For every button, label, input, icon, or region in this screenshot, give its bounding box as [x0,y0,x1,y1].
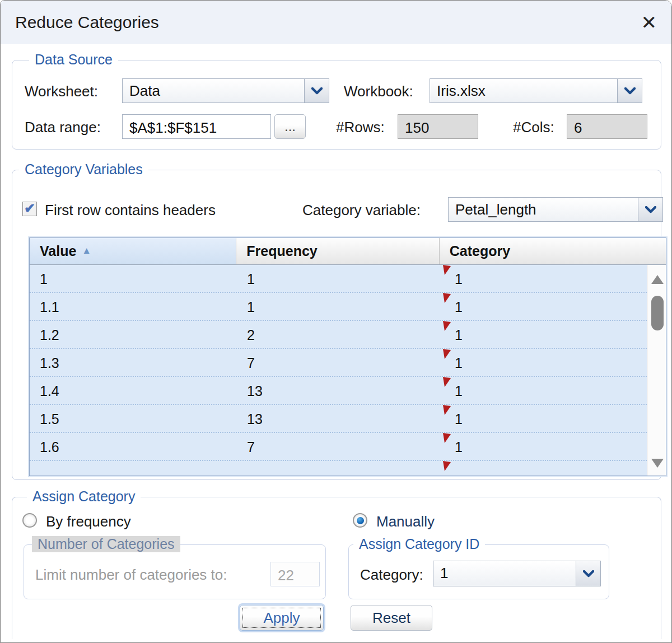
scrollbar-thumb[interactable] [651,296,664,330]
scrollbar-header-spacer [646,238,666,264]
column-header-frequency[interactable]: Frequency [236,238,439,264]
reset-button[interactable]: Reset [351,605,432,631]
value-cell [30,461,237,476]
assign-category-id-legend: Assign Category ID [353,536,485,552]
assign-category-id-group: Assign Category ID Category: 1 [348,544,609,599]
table-row-partial[interactable] [30,461,647,476]
workbook-label: Workbook: [344,83,413,100]
dialog-title: Reduce Categories [15,13,159,32]
category-variables-group: Category Variables ✔ First row contains … [12,170,661,480]
value-cell: 1.1 [30,293,237,320]
value-cell: 1.2 [30,321,237,348]
frequency-cell: 13 [237,405,440,432]
category-variable-combobox[interactable]: Petal_length [448,197,663,222]
chevron-down-icon[interactable] [638,198,662,221]
table-row[interactable]: 1.2 2 1 [30,321,647,349]
value-cell: 1 [30,265,237,292]
category-value: 1 [455,299,463,315]
table-row[interactable]: 1.4 13 1 [30,377,647,405]
red-corner-marker-icon [442,433,451,444]
table-row[interactable]: 1 1 1 [30,265,647,293]
category-cell[interactable]: 1 [440,349,647,376]
first-row-headers-checkbox[interactable]: ✔ [22,202,37,216]
by-frequency-label[interactable]: By frequency [46,513,131,530]
column-header-value[interactable]: Value ▲ [30,238,236,264]
data-range-label: Data range: [25,119,101,136]
category-cell[interactable]: 1 [440,265,647,292]
workbook-value: Iris.xlsx [430,79,617,102]
worksheet-value: Data [123,79,304,102]
browse-button[interactable]: ... [274,114,306,139]
red-corner-marker-icon [442,461,451,472]
category-id-value: 1 [433,561,576,586]
frequency-header-label: Frequency [246,243,317,259]
value-header-label: Value [40,243,76,259]
category-cell[interactable]: 1 [440,405,647,432]
workbook-combobox[interactable]: Iris.xlsx [430,78,642,103]
red-corner-marker-icon [442,321,451,332]
category-value: 1 [455,383,463,399]
table-row[interactable]: 1.5 13 1 [30,405,647,433]
number-of-categories-legend: Number of Categories [32,536,180,552]
category-variable-value: Petal_length [449,198,638,221]
number-of-categories-group: Number of Categories Limit number of cat… [24,544,326,599]
frequency-cell: 7 [237,433,440,460]
data-source-legend: Data Source [29,52,118,68]
column-header-category[interactable]: Category [440,238,646,264]
limit-categories-input [270,562,320,586]
chevron-down-icon[interactable] [576,561,600,586]
data-range-input[interactable] [122,114,271,139]
frequency-table: Value ▲ Frequency Category 1 1 [29,237,666,476]
table-row[interactable]: 1.1 1 1 [30,293,647,321]
category-cell[interactable]: 1 [440,377,647,404]
assign-category-legend: Assign Category [27,488,141,505]
red-corner-marker-icon [442,293,451,304]
frequency-cell: 1 [237,293,440,320]
rows-label: #Rows: [336,119,385,136]
category-variable-label: Category variable: [302,202,421,219]
red-corner-marker-icon [442,349,451,360]
cols-label: #Cols: [513,119,554,136]
table-row[interactable]: 1.3 7 1 [30,349,647,377]
table-rows: 1 1 1 1.1 1 1 [30,265,647,476]
category-variables-legend: Category Variables [19,161,148,178]
value-cell: 1.4 [30,377,237,404]
table-row[interactable]: 1.6 7 1 [30,433,647,461]
first-row-headers-label[interactable]: First row contains headers [45,202,216,219]
category-id-label: Category: [360,566,423,584]
value-cell: 1.3 [30,349,237,376]
red-corner-marker-icon [442,377,451,388]
sort-ascending-icon: ▲ [82,245,91,257]
value-cell: 1.6 [30,433,237,460]
category-cell [440,461,647,476]
close-icon[interactable]: ✕ [641,13,657,32]
category-header-label: Category [450,243,510,259]
frequency-cell [237,461,440,476]
category-value: 1 [455,411,463,427]
reduce-categories-dialog: Reduce Categories ✕ Data Source Workshee… [0,0,672,643]
category-value: 1 [455,327,463,343]
manually-radio[interactable] [353,513,367,528]
by-frequency-radio[interactable] [22,513,37,528]
category-cell[interactable]: 1 [440,293,647,320]
titlebar: Reduce Categories ✕ [1,1,671,44]
category-cell[interactable]: 1 [440,433,647,460]
checkmark-icon: ✔ [24,202,35,215]
cols-count-field [567,114,647,139]
frequency-cell: 7 [237,349,440,376]
limit-categories-label: Limit number of categories to: [35,566,227,584]
worksheet-combobox[interactable]: Data [122,78,329,103]
category-cell[interactable]: 1 [440,321,647,348]
scroll-up-icon[interactable] [651,275,664,284]
vertical-scrollbar[interactable] [647,265,666,476]
chevron-down-icon[interactable] [304,79,329,102]
frequency-cell: 2 [237,321,440,348]
category-value: 1 [455,271,463,287]
value-cell: 1.5 [30,405,237,432]
scroll-down-icon[interactable] [651,459,664,468]
manually-label[interactable]: Manually [376,513,435,530]
red-corner-marker-icon [442,405,451,416]
chevron-down-icon[interactable] [617,79,642,102]
apply-button[interactable]: Apply [240,605,324,631]
category-id-combobox[interactable]: 1 [433,561,601,586]
